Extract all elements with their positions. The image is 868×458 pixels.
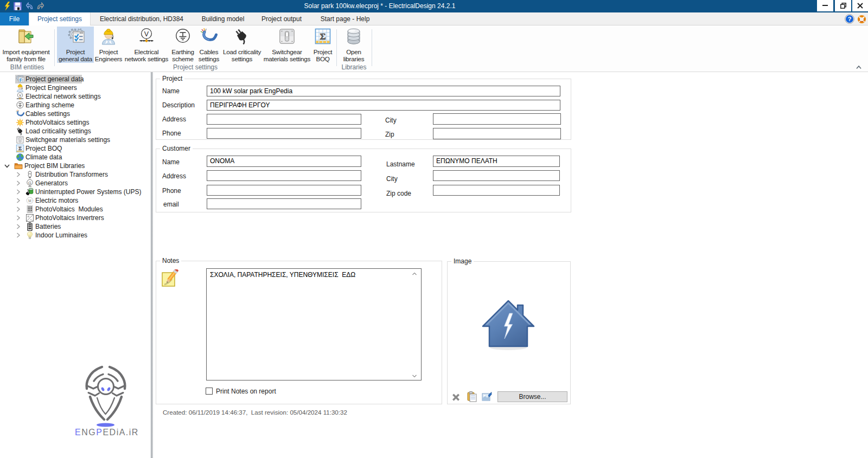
svg-text:?: ? [848, 16, 852, 22]
